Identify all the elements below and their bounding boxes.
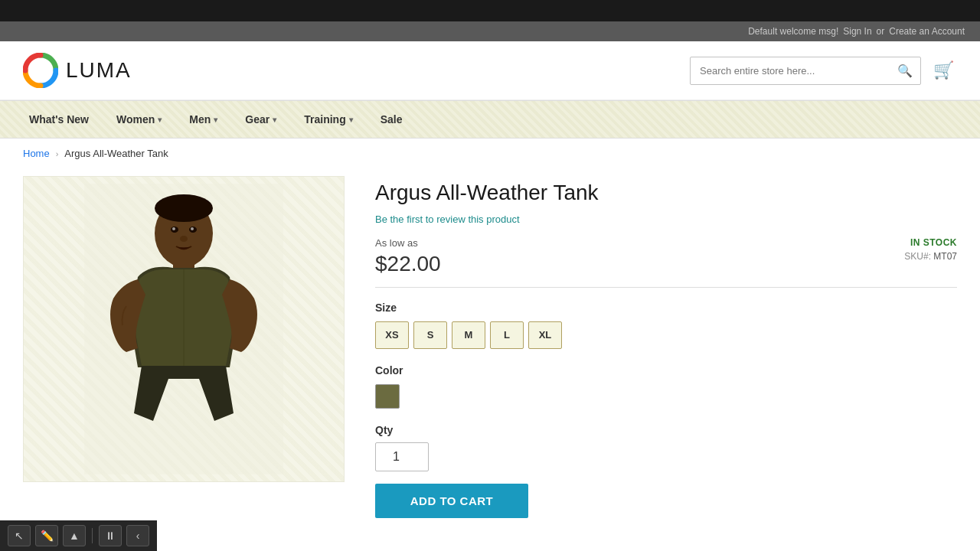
logo-icon [23, 53, 58, 88]
header: LUMA 🔍 🛒 [0, 41, 980, 100]
nav-label-training: Training [304, 113, 345, 126]
size-l[interactable]: L [490, 321, 524, 349]
svg-point-5 [172, 227, 175, 230]
sku-line: SKU#: MT07 [904, 251, 957, 262]
bottom-toolbar: ↖ ✏️ ▲ ⏸ ‹ [0, 520, 157, 549]
nav-item-training[interactable]: Training ▾ [290, 101, 366, 138]
as-low-as: As low as [375, 237, 441, 249]
svg-point-9 [155, 194, 213, 222]
cursor-icon: ↖ [15, 530, 24, 542]
chevron-down-icon: ▾ [158, 116, 162, 124]
pen-tool-button[interactable]: ✏️ [35, 525, 58, 546]
chevron-down-icon: ▾ [349, 116, 353, 124]
pen-icon: ✏️ [41, 530, 54, 542]
svg-point-7 [191, 227, 194, 230]
nav-inner: What's New Women ▾ Men ▾ Gear ▾ Training… [0, 101, 980, 138]
search-input[interactable] [691, 59, 890, 83]
stock-badge: IN STOCK [904, 237, 957, 248]
collapse-button[interactable]: ‹ [126, 525, 149, 546]
stock-section: IN STOCK SKU#: MT07 [904, 237, 957, 262]
pause-button[interactable]: ⏸ [99, 525, 122, 546]
nav-label-gear: Gear [245, 113, 270, 126]
collapse-icon: ‹ [136, 530, 140, 542]
sign-in-link[interactable]: Sign In [843, 26, 871, 37]
cart-icon: 🛒 [933, 60, 954, 80]
review-link[interactable]: Be the first to review this product [375, 214, 957, 225]
size-xs[interactable]: XS [375, 321, 409, 349]
top-black-bar [0, 0, 980, 21]
color-label: Color [375, 364, 957, 377]
pause-icon: ⏸ [105, 530, 116, 542]
color-army-green[interactable] [375, 384, 400, 409]
price-section: As low as $22.00 [375, 237, 441, 276]
header-right: 🔍 🛒 [690, 57, 957, 85]
breadcrumb-home[interactable]: Home [23, 148, 50, 159]
search-button[interactable]: 🔍 [890, 57, 920, 84]
nav-label-men: Men [189, 113, 211, 126]
toolbar-separator [92, 528, 93, 543]
sku-value: MT07 [933, 251, 957, 262]
size-label: Size [375, 302, 957, 314]
price-stock-row: As low as $22.00 IN STOCK SKU#: MT07 [375, 237, 957, 276]
add-to-cart-section: Add to Cart [375, 484, 957, 518]
product-details-column: Argus All-Weather Tank Be the first to r… [375, 176, 957, 518]
highlight-tool-button[interactable]: ▲ [63, 525, 86, 546]
create-account-link[interactable]: Create an Account [889, 26, 965, 37]
nav-item-sale[interactable]: Sale [367, 101, 416, 138]
logo-text: LUMA [66, 58, 132, 83]
svg-point-8 [180, 236, 188, 242]
sku-label: SKU#: [904, 251, 931, 262]
nav-item-men[interactable]: Men ▾ [175, 101, 231, 138]
product-image-column [23, 176, 345, 518]
breadcrumb-current: Argus All-Weather Tank [64, 148, 168, 159]
chevron-down-icon: ▾ [214, 116, 217, 124]
product-page: Argus All-Weather Tank Be the first to r… [0, 168, 980, 549]
product-price: $22.00 [375, 252, 441, 276]
cursor-tool-button[interactable]: ↖ [8, 525, 31, 546]
product-image [84, 184, 283, 474]
chevron-down-icon: ▾ [273, 116, 276, 124]
nav-item-gear[interactable]: Gear ▾ [231, 101, 290, 138]
welcome-message: Default welcome msg! [748, 26, 838, 37]
nav-label-women: Women [116, 113, 155, 126]
product-title: Argus All-Weather Tank [375, 180, 957, 206]
size-options: XS S M L XL [375, 321, 957, 349]
nav-label-whats-new: What's New [29, 113, 89, 126]
search-icon: 🔍 [897, 64, 913, 77]
logo[interactable]: LUMA [23, 53, 132, 88]
breadcrumb-separator: › [56, 149, 59, 158]
welcome-bar: Default welcome msg! Sign In or Create a… [0, 21, 980, 41]
nav-label-sale: Sale [381, 113, 403, 126]
navigation: What's New Women ▾ Men ▾ Gear ▾ Training… [0, 100, 980, 139]
size-xl[interactable]: XL [528, 321, 562, 349]
color-options [375, 384, 957, 409]
qty-label: Qty [375, 424, 957, 436]
add-to-cart-button[interactable]: Add to Cart [375, 484, 528, 518]
size-m[interactable]: M [452, 321, 485, 349]
or-separator: or [877, 26, 885, 37]
cart-button[interactable]: 🛒 [930, 57, 957, 83]
search-box: 🔍 [690, 57, 921, 85]
price-divider [375, 287, 957, 288]
nav-item-whats-new[interactable]: What's New [15, 101, 103, 138]
size-s[interactable]: S [413, 321, 447, 349]
product-image-container [23, 176, 345, 482]
highlight-icon: ▲ [69, 530, 80, 542]
qty-input[interactable] [375, 442, 429, 471]
nav-item-women[interactable]: Women ▾ [103, 101, 175, 138]
breadcrumb: Home › Argus All-Weather Tank [0, 139, 980, 168]
